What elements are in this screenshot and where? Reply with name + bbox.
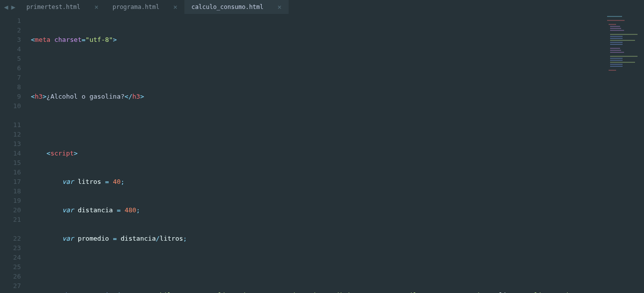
tab-programa[interactable]: programa.html × xyxy=(106,0,184,14)
line-number-gutter: 1234567891011121314151617181920212223242… xyxy=(0,14,27,293)
tab-label: primertest.html xyxy=(26,3,80,10)
tab-calculo-consumo[interactable]: calculo_consumo.html × xyxy=(184,0,289,14)
tab-close-icon[interactable]: × xyxy=(278,3,282,11)
editor-area: 1234567891011121314151617181920212223242… xyxy=(0,14,644,293)
nav-next-icon[interactable]: ▶ xyxy=(11,3,15,11)
tab-bar: ◀ ▶ primertest.html × programa.html × ca… xyxy=(0,0,644,14)
tab-close-icon[interactable]: × xyxy=(173,3,177,11)
tab-close-icon[interactable]: × xyxy=(94,3,98,11)
tab-primertest[interactable]: primertest.html × xyxy=(19,0,106,14)
tab-label: programa.html xyxy=(113,3,160,10)
nav-arrows: ◀ ▶ xyxy=(0,0,19,14)
nav-prev-icon[interactable]: ◀ xyxy=(4,3,8,11)
tab-label: calculo_consumo.html xyxy=(191,3,264,10)
code-pane[interactable]: <meta charset="utf-8"> <h3>¿Alcohol o ga… xyxy=(27,14,644,293)
